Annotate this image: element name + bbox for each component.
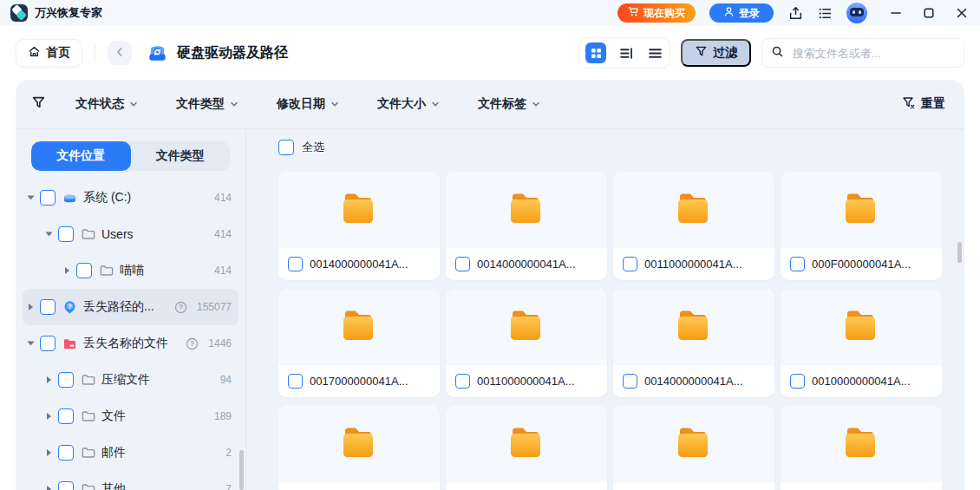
chevron-collapsed-icon[interactable] [29,304,33,310]
folder-card[interactable]: 0014000000041A... [613,289,774,397]
tree-checkbox[interactable] [76,263,92,278]
chevron-collapsed-icon[interactable] [65,267,69,274]
tree-checkbox[interactable] [58,445,74,461]
home-icon [28,45,41,61]
funnel-icon [695,45,708,61]
folder-checkbox[interactable] [790,374,805,389]
tree-checkbox[interactable] [58,372,74,388]
chevron-collapsed-icon[interactable] [47,413,51,420]
chevron-collapsed-icon[interactable] [47,449,51,456]
pin-icon: ? [62,299,78,316]
grid-view-icon[interactable] [585,42,606,63]
tree-checkbox[interactable] [40,336,56,351]
folder-card[interactable] [613,406,774,490]
tree-item-count: 189 [209,410,232,422]
folder-card[interactable]: 0014000000041A... [278,172,440,280]
funnel-x-icon [902,96,916,113]
chevron-collapsed-icon[interactable] [47,486,51,490]
folder-card[interactable]: 0011000000041A... [446,289,607,397]
user-icon [723,6,735,20]
folder-checkbox[interactable] [623,257,637,271]
folder-icon [80,445,96,461]
folder-icon [80,372,96,389]
tree-item-count: 414 [209,192,232,204]
filter-dropdown[interactable]: 文件大小 [377,96,440,112]
folder-checkbox[interactable] [288,374,303,389]
reset-filters-button[interactable]: 重置 [902,96,945,113]
svg-text:?: ? [68,302,72,310]
filter-dropdown-label: 文件大小 [377,96,426,112]
robot-avatar[interactable] [846,3,867,23]
folder-checkbox[interactable] [623,374,637,389]
list-view-icon[interactable] [646,44,663,62]
tree-item[interactable]: 压缩文件94 [23,362,238,398]
select-all-row: 全选 [278,140,964,155]
tree-item[interactable]: 邮件2 [23,434,238,471]
filter-dropdown[interactable]: 修改日期 [277,96,339,112]
task-list-icon[interactable] [817,5,833,21]
tree-item[interactable]: 丢失名称的文件?1446 [23,325,238,362]
filter-bar: 文件状态文件类型修改日期文件大小文件标签 重置 [16,80,964,129]
folder-card[interactable] [781,406,942,490]
folder-checkbox[interactable] [455,374,470,389]
sidebar-scrollbar[interactable] [239,450,244,490]
tree-checkbox[interactable] [40,299,56,315]
detail-view-icon[interactable] [617,44,635,62]
folder-icon [80,481,96,490]
back-button[interactable] [108,41,132,65]
close-icon[interactable] [954,5,970,21]
folder-card[interactable]: 0010000000041A... [781,289,942,397]
select-all-label: 全选 [302,140,324,155]
chevron-collapsed-icon[interactable] [47,376,51,383]
chevron-expanded-icon[interactable] [28,196,35,200]
folder-card[interactable]: 0014000000041A... [446,172,607,280]
help-icon[interactable]: ? [186,337,199,350]
drive-sync-icon [146,42,169,65]
search-input[interactable] [791,46,955,61]
folder-card[interactable]: 000F000000041A... [781,172,942,280]
page-title: 硬盘驱动器及路径 [177,44,288,62]
tree-checkbox[interactable] [58,408,74,424]
buy-now-button[interactable]: 现在购买 [617,3,696,23]
folder-checkbox[interactable] [288,257,303,271]
share-icon[interactable] [787,5,803,21]
folder-checkbox[interactable] [455,257,470,271]
tree-checkbox[interactable] [58,481,74,490]
sidebar-tab-file-type[interactable]: 文件类型 [131,141,231,171]
folder-card[interactable] [446,406,607,490]
folder-card[interactable] [278,406,440,490]
filter-dropdown[interactable]: 文件状态 [75,96,138,112]
select-all-checkbox[interactable] [278,140,294,155]
maximize-icon[interactable] [921,5,937,21]
file-tree: 系统 (C:)414Users414喵喵414?丢失路径的...?155077丢… [16,180,245,490]
tree-item[interactable]: Users414 [23,216,238,252]
chevron-expanded-icon[interactable] [46,232,53,237]
folder-checkbox[interactable] [790,257,805,271]
folder-name: 000F000000041A... [812,258,911,271]
minimize-icon[interactable] [888,5,904,21]
search-icon [771,45,784,62]
tree-item[interactable]: 系统 (C:)414 [23,180,238,216]
chevron-expanded-icon[interactable] [28,342,35,346]
filter-dropdown[interactable]: 文件标签 [478,96,540,112]
filter-dropdown-label: 修改日期 [277,96,325,112]
tree-checkbox[interactable] [58,226,74,242]
home-button[interactable]: 首页 [16,39,82,67]
tree-item[interactable]: 其他7 [23,471,238,490]
filter-dropdown[interactable]: 文件类型 [176,96,238,112]
chevron-down-icon [230,100,238,108]
filter-button[interactable]: 过滤 [681,39,751,67]
tree-item[interactable]: 文件189 [23,398,238,434]
tree-item[interactable]: ?丢失路径的...?155077 [23,289,238,325]
folder-card[interactable]: 0017000000041A... [278,289,440,397]
help-icon[interactable]: ? [174,301,187,314]
content-scrollbar[interactable] [957,242,962,263]
tree-item[interactable]: 喵喵414 [23,252,238,289]
login-button[interactable]: 登录 [709,3,774,23]
folder-icon [506,425,547,464]
svg-text:?: ? [179,303,183,311]
tree-checkbox[interactable] [40,190,56,206]
folder-card[interactable]: 0011000000041A... [613,172,774,280]
folder-icon [506,191,547,230]
sidebar-tab-file-location[interactable]: 文件位置 [31,141,131,171]
